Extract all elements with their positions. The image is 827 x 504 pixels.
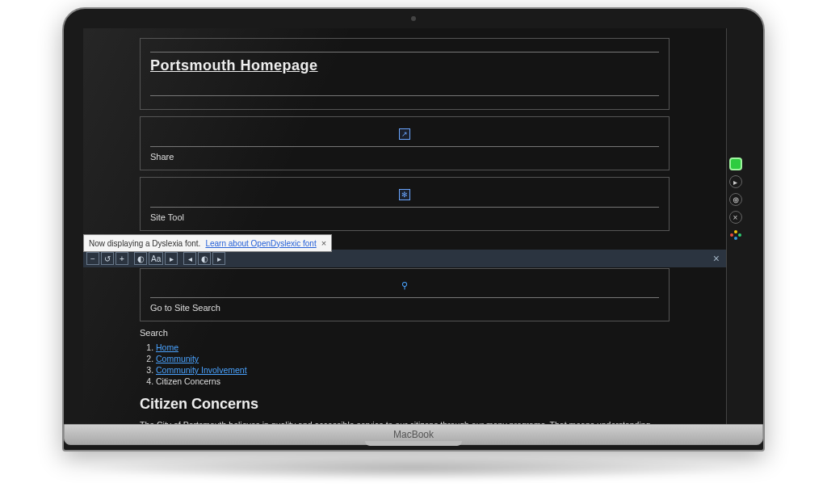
laptop-shadow (78, 456, 749, 481)
tooltip-text: Now displaying a Dyslexia font. (89, 239, 200, 248)
page-title: Citizen Concerns (140, 396, 670, 413)
laptop-hinge: MacBook (64, 424, 763, 445)
breadcrumb: Home Community Community Involvement Cit… (156, 342, 670, 386)
search-panel: ⚲ Go to Site Search (140, 268, 670, 321)
play-icon[interactable]: ▸ (729, 175, 742, 188)
laptop-bezel: Portsmouth Homepage ↗ Share ✻ Site Tool … (62, 7, 765, 452)
theme-prev-button[interactable]: ◂ (183, 252, 196, 265)
laptop-frame: Portsmouth Homepage ↗ Share ✻ Site Tool … (62, 7, 765, 481)
zoom-out-button[interactable]: − (86, 252, 99, 265)
divider (150, 52, 659, 52)
share-label: Share (150, 152, 174, 162)
theme-button[interactable]: ◐ (198, 252, 211, 265)
sidebar: ▸ ⊕ × (726, 28, 744, 424)
breadcrumb-item: Community (156, 354, 670, 363)
divider (150, 95, 659, 96)
close-sidebar-icon[interactable]: × (729, 211, 742, 224)
palette-icon[interactable] (729, 229, 742, 242)
search-heading: Search (140, 328, 670, 338)
contrast-next-button[interactable]: ▸ (165, 252, 178, 265)
screen: Portsmouth Homepage ↗ Share ✻ Site Tool … (83, 28, 744, 424)
theme-next-button[interactable]: ▸ (212, 252, 225, 265)
zoom-in-button[interactable]: + (115, 252, 128, 265)
font-button[interactable]: Aa (149, 252, 163, 265)
share-icon[interactable]: ↗ (399, 128, 410, 140)
site-tool-label: Site Tool (150, 212, 184, 222)
site-search-link[interactable]: Go to Site Search (150, 303, 220, 313)
share-panel: ↗ Share (140, 116, 670, 170)
homepage-link[interactable]: Portsmouth Homepage (150, 57, 318, 74)
dyslexia-tooltip: Now displaying a Dyslexia font. Learn ab… (83, 234, 332, 252)
globe-icon[interactable]: ⊕ (729, 193, 742, 206)
accessibility-widget-icon[interactable] (729, 158, 742, 170)
page-content: Portsmouth Homepage ↗ Share ✻ Site Tool … (83, 28, 726, 424)
breadcrumb-item: Community Involvement (156, 365, 670, 375)
header-panel: Portsmouth Homepage (140, 38, 670, 110)
accessibility-toolbar: − ↺ + ◐ Aa ▸ ◂ ◐ ▸ × (83, 250, 726, 267)
gear-icon[interactable]: ✻ (399, 189, 410, 200)
camera-dot (411, 16, 416, 21)
toolbar-close-button[interactable]: × (710, 252, 723, 265)
search-icon[interactable]: ⚲ (401, 280, 408, 290)
contrast-prev-button[interactable]: ◐ (134, 252, 147, 265)
breadcrumb-item: Citizen Concerns (156, 376, 670, 386)
tooltip-link[interactable]: Learn about OpenDyslexic font (205, 239, 316, 248)
close-icon[interactable]: × (321, 238, 326, 248)
breadcrumb-item: Home (156, 342, 670, 352)
site-tool-panel: ✻ Site Tool (140, 177, 670, 231)
reset-button[interactable]: ↺ (101, 252, 114, 265)
